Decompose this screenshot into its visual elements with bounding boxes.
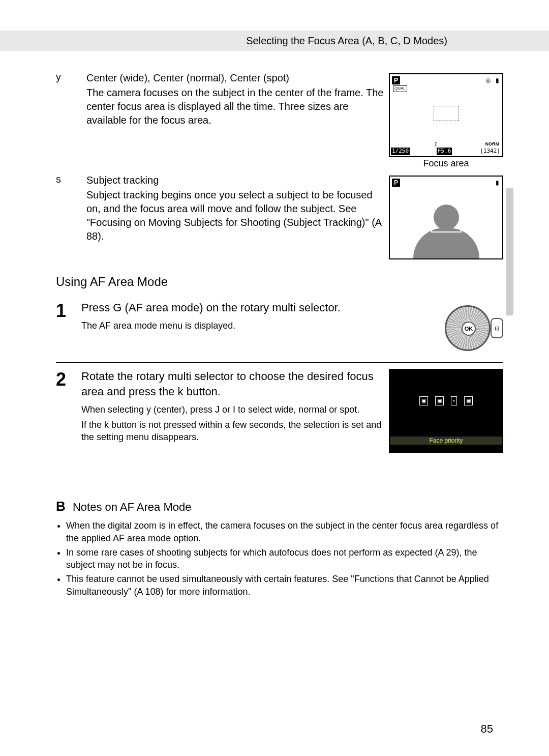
lcd-top-icons: ◎ ▮ bbox=[485, 76, 499, 84]
norm-label: NORM bbox=[485, 141, 500, 147]
rotary-selector-icon: OK ⊡ bbox=[437, 300, 503, 356]
row-s-symbol: s bbox=[56, 173, 86, 185]
tracking-box-icon bbox=[431, 202, 462, 232]
notes-bullet-3: This feature cannot be used simultaneous… bbox=[66, 573, 503, 598]
step-1: 1 OK ⊡ Press G (AF area mode) on the rot… bbox=[56, 294, 503, 356]
notes-caution-icon: B bbox=[56, 499, 66, 514]
notes-section: B Notes on AF Area Mode When the digital… bbox=[56, 499, 503, 598]
focus-brackets-icon bbox=[434, 106, 459, 121]
shutter-value: 1/250 bbox=[391, 148, 410, 155]
step-2: 2 ▣▣▪▣ Face priority Rotate the rotary m… bbox=[56, 369, 503, 453]
side-tab-bg bbox=[506, 188, 513, 315]
lcd-top-icons: ▮ bbox=[496, 179, 499, 187]
lcd-center: P ◎ ▮ QUAL ▯ NORM 1/250 F5.6 [1342] bbox=[389, 73, 503, 157]
af-area-button-icon: ⊡ bbox=[491, 318, 503, 338]
row-subject-tracking: s P ▮ Subject tracking Subject tracking … bbox=[56, 173, 503, 259]
row-center: y P ◎ ▮ QUAL ▯ NORM 1/250 F5.6 [1342] bbox=[56, 71, 503, 169]
page-number: 85 bbox=[481, 722, 493, 736]
mode-p-icon: P bbox=[392, 179, 400, 187]
notes-title-text: Notes on AF Area Mode bbox=[73, 501, 192, 513]
section-using-title: Using AF Area Mode bbox=[56, 275, 503, 289]
shots-value: [1342] bbox=[479, 148, 501, 155]
sd-icon: ▯ bbox=[435, 140, 438, 148]
af-mode-options-icon: ▣▣▪▣ bbox=[390, 396, 502, 405]
focus-area-label: Focus area bbox=[389, 157, 503, 169]
qual-icon: QUAL bbox=[393, 85, 407, 92]
af-icon: ◎ bbox=[485, 76, 491, 84]
step-divider bbox=[56, 362, 503, 363]
subject-body-icon bbox=[413, 228, 479, 258]
battery-icon: ▮ bbox=[496, 76, 499, 84]
mode-p-icon: P bbox=[392, 76, 400, 84]
step-1-num: 1 bbox=[56, 300, 81, 356]
battery-icon: ▮ bbox=[496, 179, 499, 187]
aperture-value: F5.6 bbox=[437, 148, 452, 155]
step-2-num: 2 bbox=[56, 369, 81, 453]
lcd-bottom-bar: 1/250 F5.6 [1342] bbox=[391, 148, 501, 155]
notes-bullet-1: When the digital zoom is in effect, the … bbox=[66, 519, 503, 544]
header-title: Selecting the Focus Area (A, B, C, D Mod… bbox=[246, 35, 447, 47]
header-bar: Selecting the Focus Area (A, B, C, D Mod… bbox=[0, 31, 549, 51]
row-center-symbol: y bbox=[56, 71, 86, 83]
notes-title: B Notes on AF Area Mode bbox=[56, 499, 503, 514]
lcd-tracking: P ▮ bbox=[389, 176, 503, 259]
notes-bullet-2: In some rare cases of shooting subjects … bbox=[66, 546, 503, 571]
lcd-menu: ▣▣▪▣ Face priority bbox=[389, 369, 503, 453]
face-priority-label: Face priority bbox=[390, 437, 502, 445]
